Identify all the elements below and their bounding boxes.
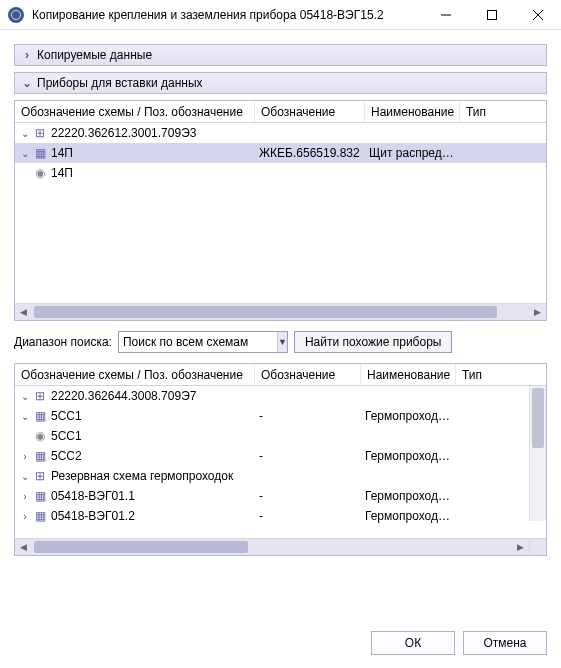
col-designation[interactable]: Обозначение	[255, 365, 361, 385]
col-designation[interactable]: Обозначение	[255, 102, 365, 122]
node-label: 14П	[51, 146, 73, 160]
horizontal-scrollbar[interactable]: ◀ ▶	[15, 538, 546, 555]
device-icon: ▦	[33, 146, 47, 160]
cell-name: Гермопроходк...	[361, 409, 456, 423]
expander-icon[interactable]: ⌄	[19, 128, 31, 139]
tree-header: Обозначение схемы / Поз. обозначение Обо…	[15, 364, 546, 386]
expander-icon[interactable]: ⌄	[19, 391, 31, 402]
cell-designation: -	[255, 489, 361, 503]
vertical-scrollbar[interactable]	[529, 386, 546, 521]
schema-icon: ⊞	[33, 469, 47, 483]
find-similar-button[interactable]: Найти похожие приборы	[294, 331, 452, 353]
node-label: 05418-ВЭГ01.2	[51, 509, 135, 523]
cell-name: Щит распреде...	[365, 146, 460, 160]
node-label: Резервная схема гермопроходок	[51, 469, 233, 483]
expander-icon[interactable]: ›	[19, 451, 31, 462]
minimize-button[interactable]	[423, 0, 469, 30]
cell-designation: -	[255, 449, 361, 463]
col-name[interactable]: Наименование	[361, 365, 456, 385]
tree-row-selected[interactable]: ⌄ ▦ 14П ЖКЕБ.656519.832 Щит распреде...	[15, 143, 546, 163]
scroll-right-icon[interactable]: ▶	[512, 539, 529, 555]
schema-icon: ⊞	[33, 389, 47, 403]
app-icon	[8, 7, 24, 23]
title-bar: Копирование крепления и заземления прибо…	[0, 0, 561, 30]
tree-row[interactable]: › ▦ 05418-ВЭГ01.2 - Гермопроходк...	[15, 506, 546, 526]
expander-icon[interactable]: ⌄	[19, 148, 31, 159]
dialog-footer: ОК Отмена	[0, 618, 561, 668]
col-schema[interactable]: Обозначение схемы / Поз. обозначение	[15, 365, 255, 385]
node-label: 5CC1	[51, 429, 82, 443]
cell-designation: -	[255, 409, 361, 423]
node-label: 5CC1	[51, 409, 82, 423]
expander-icon[interactable]: ›	[19, 511, 31, 522]
ok-button[interactable]: ОК	[371, 631, 455, 655]
scroll-left-icon[interactable]: ◀	[15, 539, 32, 555]
col-type[interactable]: Тип	[456, 365, 546, 385]
tree-row[interactable]: ⌄ ⊞ Резервная схема гермопроходок	[15, 466, 546, 486]
svg-rect-1	[488, 10, 497, 19]
cell-name: Гермопроходк...	[361, 489, 456, 503]
tree-row[interactable]: ◉ 5CC1	[15, 426, 546, 446]
maximize-button[interactable]	[469, 0, 515, 30]
tree-row[interactable]: › ▦ 5CC2 - Гермопроходк...	[15, 446, 546, 466]
accordion-target-devices[interactable]: ⌄ Приборы для вставки данных	[14, 72, 547, 94]
accordion-label: Копируемые данные	[37, 48, 152, 62]
tree-row[interactable]: ⌄ ⊞ 22220.362644.3008.709Э7	[15, 386, 546, 406]
tree-row[interactable]: ◉ 14П	[15, 163, 546, 183]
tree-row[interactable]: ⌄ ⊞ 22220.362612.3001.709Э3	[15, 123, 546, 143]
scroll-left-icon[interactable]: ◀	[15, 304, 32, 320]
device-icon: ▦	[33, 489, 47, 503]
search-scope-input[interactable]	[119, 332, 277, 352]
tree-row[interactable]: ⌄ ▦ 5CC1 - Гермопроходк...	[15, 406, 546, 426]
terminal-icon: ◉	[33, 429, 47, 443]
col-name[interactable]: Наименование	[365, 102, 460, 122]
chevron-down-icon: ⌄	[21, 76, 33, 90]
search-bar: Диапазон поиска: ▼ Найти похожие приборы	[14, 331, 547, 353]
device-icon: ▦	[33, 449, 47, 463]
chevron-right-icon: ›	[21, 48, 33, 62]
scroll-thumb[interactable]	[532, 388, 544, 448]
node-label: 14П	[51, 166, 73, 180]
device-icon: ▦	[33, 509, 47, 523]
expander-icon[interactable]: ⌄	[19, 411, 31, 422]
expander-icon[interactable]: ⌄	[19, 471, 31, 482]
close-button[interactable]	[515, 0, 561, 30]
tree-header: Обозначение схемы / Поз. обозначение Обо…	[15, 101, 546, 123]
device-icon: ▦	[33, 409, 47, 423]
scroll-thumb[interactable]	[34, 306, 497, 318]
col-schema[interactable]: Обозначение схемы / Поз. обозначение	[15, 102, 255, 122]
tree-body[interactable]: ⌄ ⊞ 22220.362644.3008.709Э7 ⌄ ▦ 5CC1 - Г…	[15, 386, 546, 538]
scroll-thumb[interactable]	[34, 541, 248, 553]
cell-name: Гермопроходк...	[361, 509, 456, 523]
terminal-icon: ◉	[33, 166, 47, 180]
accordion-copied-data[interactable]: › Копируемые данные	[14, 44, 547, 66]
node-label: 22220.362644.3008.709Э7	[51, 389, 196, 403]
tree-row[interactable]: › ▦ 05418-ВЭГ01.1 - Гермопроходк...	[15, 486, 546, 506]
search-scope-combo[interactable]: ▼	[118, 331, 288, 353]
schema-icon: ⊞	[33, 126, 47, 140]
tree-body[interactable]: ⌄ ⊞ 22220.362612.3001.709Э3 ⌄ ▦ 14П ЖКЕБ…	[15, 123, 546, 303]
tree-panel-bottom: Обозначение схемы / Поз. обозначение Обо…	[14, 363, 547, 556]
dropdown-icon[interactable]: ▼	[277, 332, 287, 352]
node-label: 5CC2	[51, 449, 82, 463]
tree-panel-top: Обозначение схемы / Поз. обозначение Обо…	[14, 100, 547, 321]
expander-icon[interactable]: ›	[19, 491, 31, 502]
scroll-right-icon[interactable]: ▶	[529, 304, 546, 320]
cell-designation: ЖКЕБ.656519.832	[255, 146, 365, 160]
col-type[interactable]: Тип	[460, 102, 546, 122]
cancel-button[interactable]: Отмена	[463, 631, 547, 655]
window-title: Копирование крепления и заземления прибо…	[32, 8, 423, 22]
node-label: 05418-ВЭГ01.1	[51, 489, 135, 503]
horizontal-scrollbar[interactable]: ◀ ▶	[15, 303, 546, 320]
search-label: Диапазон поиска:	[14, 335, 112, 349]
node-label: 22220.362612.3001.709Э3	[51, 126, 196, 140]
accordion-label: Приборы для вставки данных	[37, 76, 203, 90]
cell-designation: -	[255, 509, 361, 523]
cell-name: Гермопроходк...	[361, 449, 456, 463]
